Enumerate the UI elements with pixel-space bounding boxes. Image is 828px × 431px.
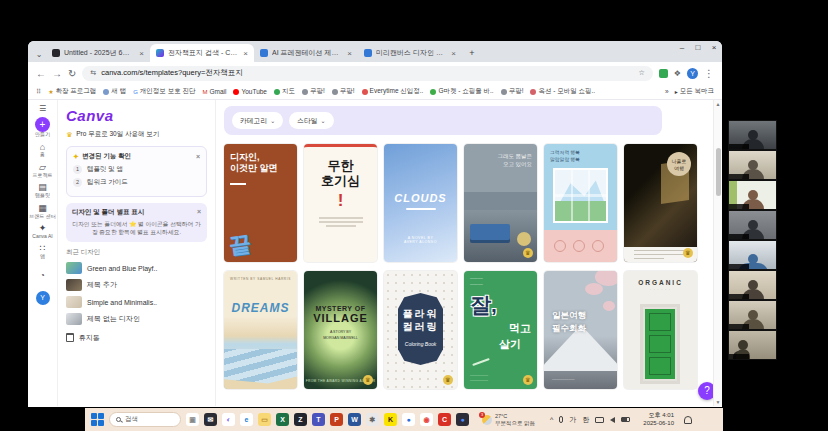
bookmark-item[interactable]: 쿠팡! xyxy=(332,87,355,96)
chrome-icon[interactable]: ◉ xyxy=(420,413,433,426)
taskbar-clock[interactable]: 오후 4:012025-06-10 xyxy=(643,412,674,428)
recent-design-item[interactable]: Simple and Minimalis.. xyxy=(66,294,207,311)
task-view-icon[interactable]: ▣ xyxy=(186,413,199,426)
apps-grid-icon[interactable]: ⠿ xyxy=(36,88,41,96)
notification-center-icon[interactable] xyxy=(684,416,692,424)
trash-button[interactable]: 휴지통 xyxy=(66,333,207,343)
tab-close-icon[interactable]: × xyxy=(347,49,352,58)
file-explorer-icon[interactable]: ▭ xyxy=(258,413,271,426)
bookmark-item[interactable]: 쿠팡! xyxy=(501,87,524,96)
tab-close-icon[interactable]: × xyxy=(139,49,144,58)
template-card-solo-travel[interactable]: 나홀로여행 ♛ xyxy=(624,144,697,262)
forward-icon[interactable]: → xyxy=(52,68,62,79)
bookmark-item[interactable]: MGmail xyxy=(202,88,226,95)
participant-video[interactable] xyxy=(728,330,777,360)
bookmark-item[interactable]: 쿠팡! xyxy=(302,87,325,96)
weather-widget[interactable]: 3 27°C부분적으로 맑음 xyxy=(482,413,535,427)
kakaotalk-icon[interactable]: K xyxy=(384,413,397,426)
taskbar-search-input[interactable]: 검색 xyxy=(109,412,181,427)
cast-screen-icon[interactable] xyxy=(595,417,604,423)
scrollbar-thumb[interactable] xyxy=(716,148,721,196)
pro-trial-banner[interactable]: ♛ Pro 무료로 30일 사용해 보기 xyxy=(66,130,207,139)
start-button[interactable] xyxy=(91,413,104,426)
participant-video[interactable] xyxy=(728,300,777,330)
mail-icon[interactable]: ✉ xyxy=(204,413,217,426)
participant-video[interactable] xyxy=(728,180,777,210)
excel-icon[interactable]: X xyxy=(276,413,289,426)
collapse-sidebar-icon[interactable]: ☰ xyxy=(39,104,46,113)
user-avatar[interactable]: Y xyxy=(36,291,50,305)
address-bar[interactable]: ⇆ canva.com/s/templates?query=전자책표지 ☆ xyxy=(82,66,652,81)
whats-new-step-teamwork[interactable]: 2 팀워크 가이드 xyxy=(73,178,200,187)
template-card-organic[interactable]: ORGANIC · · · · · · xyxy=(624,271,697,389)
bookmark-star-icon[interactable]: ☆ xyxy=(639,69,645,77)
tab-miricanvas[interactable]: 미리캔버스 디자인 페이지 × xyxy=(358,44,462,62)
microphone-icon[interactable] xyxy=(559,416,563,423)
edge-icon[interactable]: e xyxy=(240,413,253,426)
page-scrollbar[interactable]: ▲ ▼ xyxy=(713,100,722,406)
new-tab-button[interactable]: + xyxy=(466,47,478,59)
tab-close-icon[interactable]: × xyxy=(451,49,456,58)
speaker-icon[interactable] xyxy=(610,417,615,423)
create-design-button[interactable]: + 만들기 xyxy=(35,117,50,138)
teams-icon[interactable]: T xyxy=(312,413,325,426)
recent-design-item[interactable]: 제목 추가 xyxy=(66,277,207,294)
reload-icon[interactable]: ↻ xyxy=(68,68,76,79)
bookmark-item[interactable]: YouTube xyxy=(233,88,267,95)
close-icon[interactable]: × xyxy=(196,153,200,160)
tab-canva-search[interactable]: 전자책표지 검색 - Canva × xyxy=(150,44,254,62)
settings-gear-icon[interactable]: ✱ xyxy=(366,413,379,426)
whats-new-step-templates[interactable]: 1 템플릿 및 앱 xyxy=(73,165,200,174)
bookmark-item[interactable]: ★확장 프로그램 xyxy=(48,87,96,96)
bookmark-item[interactable]: Everytime 신입정.. xyxy=(362,87,424,96)
tray-expand-icon[interactable]: ^ xyxy=(550,416,553,423)
copilot-icon[interactable]: ◐ xyxy=(222,413,235,426)
tab-search-chevron-icon[interactable]: ⌄ xyxy=(32,46,46,62)
participant-video[interactable] xyxy=(728,120,777,150)
tab-untitled[interactable]: Untitled - 2025년 6월 10일 1... × xyxy=(46,44,150,62)
tab-ai-presentation[interactable]: AI 프레젠테이션 제작 – 아이... × xyxy=(254,44,358,62)
word-icon[interactable]: W xyxy=(348,413,361,426)
bookmarks-overflow-icon[interactable]: » xyxy=(665,88,669,95)
template-card-clouds[interactable]: CLOUDS A NOVEL BYAVERY ALONSO xyxy=(384,144,457,262)
bookmark-item[interactable]: 새 탭 xyxy=(103,87,126,96)
site-info-icon[interactable]: ⇆ xyxy=(90,69,96,77)
scroll-up-icon[interactable]: ▲ xyxy=(714,100,722,108)
maximize-button[interactable]: □ xyxy=(690,41,706,55)
recent-design-item[interactable]: 제목 없는 디자인 xyxy=(66,311,207,328)
sidebar-item-apps[interactable]: ∷앱 xyxy=(40,244,46,259)
bookmark-item[interactable]: 지도 xyxy=(274,87,295,96)
bookmark-item[interactable]: G개인정보 보호 진단 xyxy=(133,87,195,96)
powerpoint-icon[interactable]: P xyxy=(330,413,343,426)
all-bookmarks-button[interactable]: ▸모든 북마크 xyxy=(675,87,714,96)
close-button[interactable]: × xyxy=(706,41,722,55)
whale-browser-icon[interactable]: ● xyxy=(402,413,415,426)
ime-han-indicator[interactable]: 한 xyxy=(582,415,589,425)
category-filter-chip[interactable]: 카테고리⌄ xyxy=(232,112,283,129)
template-card-japan-travel[interactable]: 일본여행필수회화 ────────── xyxy=(544,271,617,389)
extension-icon[interactable] xyxy=(659,69,668,78)
template-card-mystery-of-village[interactable]: MYSTERY OF VILLAGE A STORY BYMORGAN MAXW… xyxy=(304,271,377,389)
sidebar-item-home[interactable]: ⌂홈 xyxy=(40,143,45,158)
template-card-flower-coloring[interactable]: 플라워컬러링 Coloring Book ♛ xyxy=(384,271,457,389)
canva-logo[interactable]: Canva xyxy=(66,107,207,124)
tab-close-icon[interactable]: × xyxy=(243,49,248,58)
plus-icon[interactable]: + xyxy=(35,117,50,132)
browser-menu-icon[interactable]: ⋮ xyxy=(704,68,714,79)
template-card-eat-well[interactable]: ────────── 잘, 먹고 살기 ──────────────── ♛ xyxy=(464,271,537,389)
sidebar-item-projects[interactable]: ▱프로젝트 xyxy=(33,163,53,178)
template-card-soft-happiness[interactable]: 그럭저럭 행복말랑말랑 행복 xyxy=(544,144,617,262)
participant-video[interactable] xyxy=(728,210,777,240)
bookmark-item[interactable]: G마켓 - 쇼핑을 바.. xyxy=(430,87,493,96)
zoom-meeting-icon[interactable]: ● xyxy=(456,413,469,426)
back-icon[interactable]: ← xyxy=(36,68,46,79)
notifications-bell-icon[interactable]: ◔ xyxy=(40,271,45,280)
sidebar-item-canva-ai[interactable]: ✦Canva AI xyxy=(32,224,52,239)
minimize-button[interactable]: – xyxy=(674,41,690,55)
ime-ga-indicator[interactable]: 가 xyxy=(569,415,576,425)
sidebar-item-brand[interactable]: ▦브랜드 센터 xyxy=(29,204,55,219)
sidebar-item-templates[interactable]: ▤템플릿 xyxy=(35,183,50,198)
profile-avatar[interactable]: Y xyxy=(687,68,698,79)
style-filter-chip[interactable]: 스타일⌄ xyxy=(289,112,333,129)
battery-icon[interactable] xyxy=(621,417,630,422)
